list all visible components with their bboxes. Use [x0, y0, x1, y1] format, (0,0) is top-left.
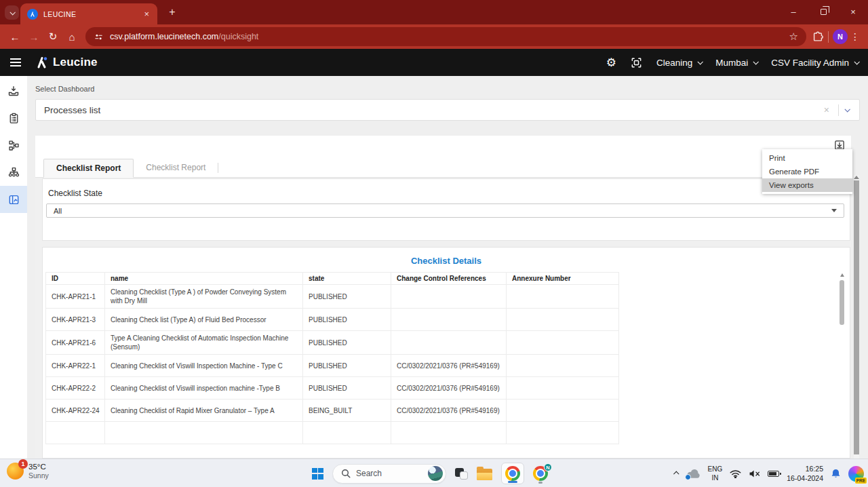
url-host: csv.platform.leucinetech.com — [110, 32, 218, 41]
role-label: CSV Facility Admin — [771, 58, 849, 68]
file-explorer-icon[interactable] — [477, 469, 492, 480]
table-cell: Cleaning Checklist of Viswill inspection… — [105, 377, 303, 400]
table-cell — [507, 377, 619, 400]
sidebar-item-workflows[interactable] — [0, 132, 27, 159]
bookmark-star-icon[interactable]: ☆ — [789, 31, 798, 43]
taskbar-search[interactable]: Search — [332, 464, 446, 484]
table-cell: PUBLISHED — [303, 309, 391, 331]
start-button[interactable] — [312, 468, 323, 480]
table-cell — [507, 285, 619, 309]
table-column-header: name — [105, 273, 303, 285]
table-cell: Cleaning Checklist of Viswill Inspection… — [105, 355, 303, 377]
scan-icon[interactable] — [630, 56, 643, 69]
browser-tab[interactable]: LEUCINE × — [20, 3, 157, 24]
table-cell: Cleaning Check list (Type A) of Fluid Be… — [105, 309, 303, 331]
volume-muted-icon[interactable] — [749, 469, 760, 478]
tab-search-button[interactable] — [5, 5, 19, 20]
clear-selection-icon[interactable]: × — [821, 104, 832, 115]
reload-button[interactable]: ↻ — [43, 27, 62, 46]
tab-close-icon[interactable]: × — [142, 9, 151, 19]
minimize-button[interactable]: – — [778, 0, 808, 24]
clock[interactable]: 16:25 16-04-2024 — [787, 464, 823, 483]
chrome-profile-badge: N — [544, 463, 552, 471]
weather-condition: Sunny — [28, 471, 49, 480]
inbox-tray-icon — [7, 84, 20, 98]
table-row: CHK-APR21-6Type A Cleaning Checklist of … — [46, 331, 619, 355]
table-cell — [507, 309, 619, 331]
onedrive-icon[interactable] — [686, 469, 701, 479]
copilot-pre-badge: PRE — [855, 478, 867, 484]
table-cell: PUBLISHED — [303, 355, 391, 377]
home-button[interactable]: ⌂ — [62, 27, 81, 46]
copilot-icon[interactable]: PRE — [848, 466, 864, 482]
report-icon — [7, 193, 20, 206]
hamburger-menu-icon[interactable] — [10, 58, 21, 66]
weather-widget[interactable]: 1 35°C Sunny — [7, 462, 49, 481]
checklist-table: IDnamestateChange Control ReferencesAnne… — [45, 272, 619, 444]
sidebar-item-inbox[interactable] — [0, 77, 27, 104]
filter-label: Checklist State — [48, 189, 850, 198]
restore-button[interactable] — [808, 0, 838, 24]
use-case-selector[interactable]: Cleaning — [656, 58, 702, 68]
table-scrollbar-thumb[interactable] — [840, 280, 844, 325]
chrome-taskbar-active[interactable] — [501, 463, 524, 484]
chevron-down-icon — [753, 59, 759, 64]
leucine-favicon — [27, 9, 38, 20]
chrome-icon — [505, 466, 520, 481]
address-bar[interactable]: csv.platform.leucinetech.com/quicksight … — [85, 27, 806, 46]
table-cell — [303, 422, 391, 444]
filter-value: All — [54, 207, 62, 215]
menu-item-generate-pdf[interactable]: Generate PDF — [762, 165, 852, 178]
brand: Leucine — [35, 55, 98, 70]
table-cell: CHK-APR21-1 — [46, 285, 105, 309]
sun-icon: 1 — [7, 463, 24, 480]
dashboard-picker[interactable]: Processes list × — [35, 99, 860, 121]
sidebar-item-checklists[interactable] — [0, 104, 27, 132]
table-header-row: IDnamestateChange Control ReferencesAnne… — [46, 273, 619, 285]
back-button[interactable]: ← — [5, 27, 24, 46]
table-row: CHK-APR21-1Cleaning Checklist (Type A ) … — [46, 285, 619, 309]
chevron-down-icon[interactable] — [844, 106, 850, 112]
extensions-icon[interactable] — [812, 31, 824, 43]
table-scrollbar[interactable] — [840, 273, 844, 455]
hidden-icons-chevron[interactable] — [673, 471, 679, 476]
hierarchy-icon — [7, 166, 20, 179]
table-row — [46, 422, 619, 444]
site-label: Mumbai — [715, 58, 748, 68]
checklist-state-select[interactable]: All — [46, 203, 844, 218]
browser-menu-icon[interactable]: ⋮ — [848, 31, 863, 42]
forward-button[interactable]: → — [24, 27, 43, 46]
page-scrollbar[interactable] — [854, 175, 859, 459]
task-view-button[interactable] — [455, 468, 468, 480]
tab-checklist-report-inactive[interactable]: Checklist Report — [134, 158, 218, 177]
table-cell: CHK-APR22-24 — [46, 400, 105, 422]
tab-checklist-report-active[interactable]: Checklist Report — [43, 159, 134, 178]
close-button[interactable]: × — [838, 0, 868, 24]
table-cell: CHK-APR22-2 — [46, 377, 105, 400]
notification-count-badge: 1 — [18, 459, 28, 469]
new-tab-button[interactable]: + — [165, 5, 180, 20]
scroll-up-arrow[interactable] — [854, 176, 859, 179]
scroll-up-arrow[interactable] — [840, 273, 844, 277]
window-controls: – × — [778, 0, 868, 24]
role-selector[interactable]: CSV Facility Admin — [771, 58, 859, 68]
chrome-taskbar-profile[interactable]: N — [533, 466, 548, 481]
gear-icon[interactable]: ⚙ — [606, 56, 616, 70]
site-selector[interactable]: Mumbai — [715, 58, 757, 68]
wifi-icon[interactable] — [730, 469, 741, 478]
profile-avatar[interactable]: N — [833, 29, 848, 44]
language-indicator[interactable]: ENG IN — [708, 465, 723, 482]
table-cell: BEING_BUILT — [303, 400, 391, 422]
page-scrollbar-thumb[interactable] — [854, 180, 859, 454]
sidebar-item-ontology[interactable] — [0, 159, 27, 186]
tab-divider — [218, 163, 218, 173]
table-cell: CHK-APR21-3 — [46, 309, 105, 331]
menu-item-print[interactable]: Print — [762, 151, 852, 165]
menu-item-view-exports[interactable]: View exports — [762, 178, 852, 192]
notification-bell-icon[interactable] — [831, 468, 841, 479]
sidebar-item-reports[interactable] — [0, 186, 27, 213]
search-icon — [341, 469, 351, 478]
battery-icon[interactable] — [768, 471, 779, 477]
site-info-icon[interactable] — [94, 32, 104, 42]
restore-icon — [821, 9, 827, 15]
